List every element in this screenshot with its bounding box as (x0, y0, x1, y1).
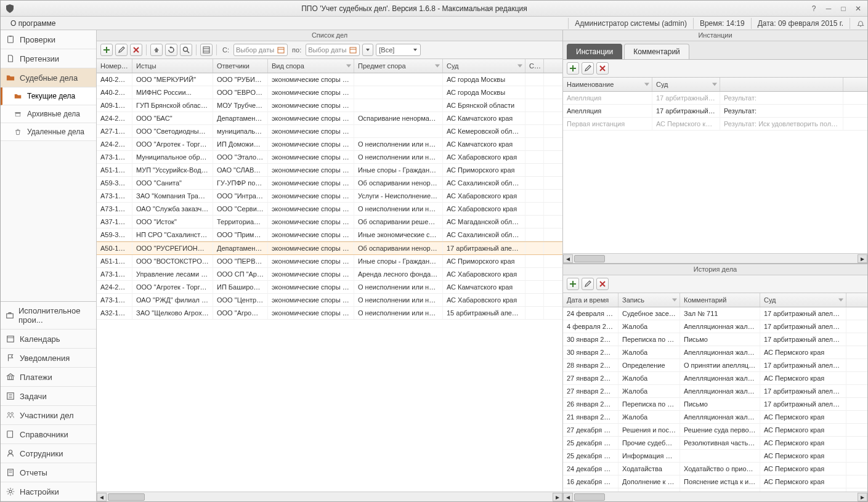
date-dropdown-button[interactable] (362, 44, 373, 56)
column-number[interactable]: Номер д... (97, 59, 132, 73)
table-row[interactable]: 27 января 2015 г.ЖалобаАпелляционная жал… (563, 372, 867, 385)
table-row[interactable]: 16 декабря 2014 г.Дополнение к делуПоясн… (563, 476, 867, 488)
table-row[interactable]: А40-20274...МИФНС России...ООО "ЕВРОМИР"… (97, 86, 562, 99)
table-row[interactable]: 30 января 2015 г.Переписка по делуПисьмо… (563, 333, 867, 346)
sidebar-item-platezhi[interactable]: Платежи (1, 368, 96, 387)
table-row[interactable]: А27-1658/...ООО "Светодиодные технол...м… (97, 125, 562, 138)
sidebar-item-proverki[interactable]: Проверки (1, 30, 96, 49)
hist-delete-button[interactable] (596, 278, 609, 290)
search-button[interactable] (180, 44, 192, 56)
column-sud[interactable]: Суд (443, 59, 525, 73)
sidebar-label: Претензии (20, 54, 59, 63)
table-row[interactable]: А73-1145/...ОАО "Служба заказчика по...О… (97, 203, 562, 216)
table-row[interactable]: 21 января 2015 г.ЖалобаАпелляционная жал… (563, 411, 867, 424)
minimize-icon[interactable]: ─ (823, 4, 834, 14)
table-row[interactable]: 30 января 2015 г.ЖалобаАпелляционная жал… (563, 346, 867, 359)
hist-add-button[interactable] (567, 278, 579, 290)
table-row[interactable]: 25 декабря 2014 г.Информация о прин...АС… (563, 450, 867, 463)
sidebar-item-uchastniki[interactable]: Участники дел (1, 406, 96, 425)
add-button[interactable] (100, 44, 113, 56)
table-row[interactable]: 26 января 2015 г.Переписка по делуПисьмо… (563, 398, 867, 411)
table-row[interactable]: А24-273/2...ООО "Агротек - Торговый д...… (97, 281, 562, 294)
table-row[interactable]: А09-1489/...ГУП Брянской области "Бря...… (97, 99, 562, 112)
table-row[interactable]: 27 декабря 2014 г.Решения и постанов...Р… (563, 424, 867, 437)
column-comment[interactable]: Комментарий (680, 293, 760, 307)
column-name[interactable]: Наименование (563, 78, 652, 91)
table-row[interactable]: 24 декабря 2014 г.ХодатайстваХодатайство… (563, 463, 867, 476)
column-status[interactable]: Ста (525, 59, 544, 73)
table-row[interactable]: А37-113/2...ООО "Исток"Территориальны...… (97, 216, 562, 229)
table-row[interactable]: А50-17997...ООО "РУСРЕГИОНИНВЕСТ"Департа… (97, 241, 562, 255)
inst-edit-button[interactable] (582, 62, 594, 75)
table-row[interactable]: Первая инстанцияАС Пермского краяРезульт… (563, 118, 867, 131)
table-row[interactable]: А73-1132/...ЗАО "Компания ТрансТелеК...О… (97, 190, 562, 203)
column-otvetchiki[interactable]: Ответчики (213, 59, 268, 73)
column-istcy[interactable]: Истцы (132, 59, 213, 73)
inst-add-button[interactable] (567, 62, 579, 75)
sidebar-item-ispolnit[interactable]: Исполнительное прои... (1, 302, 96, 330)
sidebar-subitem-tekushie[interactable]: Текущие дела (1, 87, 96, 105)
column-predmet[interactable]: Предмет спора (354, 59, 443, 73)
bell-icon[interactable] (850, 18, 862, 29)
sidebar-item-nastroiki[interactable]: Настройки (1, 482, 96, 501)
grid-header[interactable]: Наименование Суд (563, 78, 867, 92)
grid-button[interactable] (200, 44, 213, 56)
sidebar-item-pretenzii[interactable]: Претензии (1, 49, 96, 68)
sidebar-item-kalendar[interactable]: Календарь (1, 330, 96, 349)
sidebar-item-uvedom[interactable]: Уведомления (1, 349, 96, 368)
refresh-button[interactable] (165, 44, 177, 56)
edit-button[interactable] (115, 44, 128, 56)
book-icon (6, 429, 15, 439)
horizontal-scrollbar[interactable]: ◂ ▸ (563, 492, 867, 501)
up-button[interactable] (150, 44, 163, 56)
column-sud[interactable]: Суд (760, 293, 846, 307)
horizontal-scrollbar[interactable]: ◂ ▸ (97, 492, 562, 501)
column-vid[interactable]: Вид спора (268, 59, 354, 73)
table-row[interactable]: А40-20105...ООО "МЕРКУРИЙ"ООО "РУБИКОН"э… (97, 73, 562, 86)
column-result[interactable] (720, 78, 843, 91)
table-row[interactable]: А51-1832/...ООО "ВОСТОКСТРОЙСЕРВИ...ООО … (97, 255, 562, 268)
sidebar-item-zadachi[interactable]: Задачи (1, 387, 96, 406)
date-from-input[interactable]: Выбор даты (233, 44, 288, 56)
horizontal-scrollbar[interactable]: ◂ ▸ (563, 253, 867, 263)
sidebar-subitem-udalennye[interactable]: Удаленные дела (1, 123, 96, 141)
table-row[interactable]: А73-1148/...ОАО "РЖД" филиал ДВЖД...ООО … (97, 294, 562, 307)
table-row[interactable]: А73-1140/...Управление лесами Правите...… (97, 268, 562, 281)
table-row[interactable]: А59-309/2...НП СРО "Сахалинстрой"ООО "Пр… (97, 229, 562, 241)
tab-instances[interactable]: Инстанции (567, 44, 622, 59)
grid-header[interactable]: Номер д... Истцы Ответчики Вид спора Пре… (97, 59, 562, 73)
delete-button[interactable] (130, 44, 142, 56)
table-row[interactable]: А51-1821/...МУП "Уссурийск-Водоканал...О… (97, 164, 562, 177)
table-row[interactable]: 28 января 2015 г.ОпределениеО принятии а… (563, 359, 867, 372)
table-row[interactable]: А59-308/2...ООО "Санита"ГУ-УПФР по Доли.… (97, 177, 562, 190)
filter-combo[interactable]: [Все] (376, 44, 421, 56)
maximize-icon[interactable]: □ (838, 4, 849, 14)
table-row[interactable]: 4 февраля 2015 г.ЖалобаАпелляционная жал… (563, 320, 867, 333)
column-sud[interactable]: Суд (652, 78, 720, 91)
sidebar-item-otchety[interactable]: Отчеты (1, 463, 96, 482)
date-to-input[interactable]: Выбор даты (306, 44, 360, 56)
inst-delete-button[interactable] (596, 62, 609, 75)
column-record[interactable]: Запись (619, 293, 680, 307)
table-row[interactable]: 24 февраля 2015 г.Судебное заседаниеЗал … (563, 307, 867, 320)
hist-edit-button[interactable] (582, 278, 594, 290)
column-date[interactable]: Дата и время (563, 293, 619, 307)
table-row[interactable]: А24-274/2...ООО "Агротек - Торговый д...… (97, 138, 562, 151)
table-row[interactable]: А32-15085...ЗАО "Щелково Агрохим"ООО "Аг… (97, 307, 562, 320)
table-row[interactable]: 27 января 2015 г.ЖалобаАпелляционная жал… (563, 385, 867, 398)
tab-comment[interactable]: Комментарий (624, 44, 689, 59)
close-window-icon[interactable]: ✕ (853, 4, 864, 14)
sidebar-item-sotrud[interactable]: Сотрудники (1, 444, 96, 463)
menu-about[interactable]: О программе (6, 18, 60, 29)
sidebar-item-sprav[interactable]: Справочники (1, 425, 96, 444)
table-row[interactable]: А73-115/...Муниципальное образовани...ОО… (97, 151, 562, 164)
grid-header[interactable]: Дата и время Запись Комментарий Суд (563, 293, 867, 307)
table-row[interactable]: Апелляция17 арбитражный апелл...Результа… (563, 105, 867, 118)
sidebar-subitem-arxivnye[interactable]: Архивные дела (1, 105, 96, 123)
table-row[interactable]: 25 декабря 2014 г.Прочие судебные до...Р… (563, 437, 867, 450)
table-row[interactable]: А24-269/2...ООО "БАС"Департамент град...… (97, 112, 562, 125)
help-icon[interactable]: ? (808, 4, 819, 14)
history-title: История дела (563, 264, 867, 275)
table-row[interactable]: Апелляция17 арбитражный апелл...Результа… (563, 92, 867, 105)
sidebar-item-sudebnye[interactable]: Судебные дела (1, 68, 96, 87)
